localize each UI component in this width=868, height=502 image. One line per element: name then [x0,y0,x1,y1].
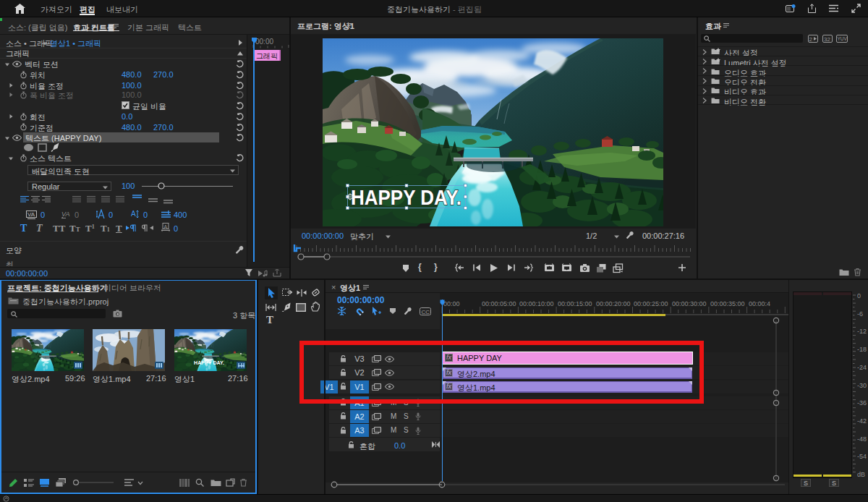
svg-text:HAPPY DAY.: HAPPY DAY. [351,185,461,209]
svg-text:YUV: YUV [838,36,848,41]
svg-text:A: A [164,224,168,229]
svg-text:VA: VA [27,211,35,218]
svg-text:A: A [131,210,136,218]
svg-text:VA: VA [61,210,70,218]
svg-text:2: 2 [809,36,813,43]
svg-text:HAPPY DAY.: HAPPY DAY. [194,360,224,366]
svg-text:32: 32 [824,36,830,43]
svg-text:CC: CC [422,309,430,315]
